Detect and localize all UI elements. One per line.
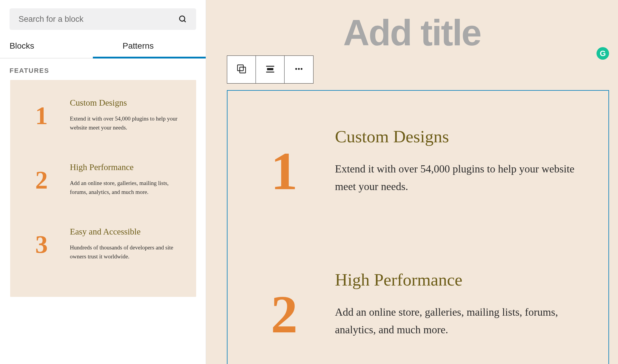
search-input[interactable]	[19, 15, 178, 24]
feature-title[interactable]: High Performance	[335, 270, 591, 290]
align-icon	[265, 64, 276, 75]
svg-rect-6	[266, 72, 274, 73]
svg-point-8	[298, 68, 300, 70]
feature-body: High Performance Add an online store, ga…	[323, 270, 591, 339]
feature-number[interactable]: 2	[245, 270, 323, 341]
feature-title: High Performance	[70, 162, 181, 172]
svg-rect-4	[266, 66, 274, 67]
group-icon	[236, 64, 247, 75]
feature-row: 1 Custom Designs Extend it with over 54,…	[22, 98, 184, 132]
tab-patterns[interactable]: Patterns	[93, 35, 206, 58]
feature-number: 2	[22, 162, 61, 193]
search-icon	[178, 15, 187, 24]
feature-row[interactable]: 1 Custom Designs Extend it with over 54,…	[245, 127, 591, 198]
feature-title: Easy and Accessible	[70, 227, 181, 237]
feature-title[interactable]: Custom Designs	[335, 127, 591, 146]
feature-row[interactable]: 2 High Performance Add an online store, …	[245, 270, 591, 341]
editor-canvas[interactable]: Add title G	[206, 0, 618, 364]
svg-rect-5	[267, 68, 273, 70]
svg-point-0	[179, 16, 185, 21]
more-options-button[interactable]	[285, 56, 313, 83]
feature-description: Extend it with over 54,000 plugins to he…	[70, 114, 181, 132]
feature-body: Custom Designs Extend it with over 54,00…	[61, 98, 184, 132]
block-type-button[interactable]	[227, 56, 256, 83]
search-container	[0, 0, 206, 35]
feature-description: Add an online store, galleries, mailing …	[70, 179, 181, 197]
feature-body: High Performance Add an online store, ga…	[61, 162, 184, 197]
svg-line-1	[184, 20, 186, 22]
align-button[interactable]	[256, 56, 285, 83]
post-title-placeholder[interactable]: Add title	[206, 12, 618, 54]
feature-description[interactable]: Extend it with over 54,000 plugins to he…	[335, 160, 591, 196]
feature-number: 3	[22, 227, 61, 257]
svg-point-9	[301, 68, 302, 70]
feature-body: Custom Designs Extend it with over 54,00…	[323, 127, 591, 196]
block-inserter-sidebar: Blocks Patterns FEATURES 1 Custom Design…	[0, 0, 206, 364]
inserter-tabs: Blocks Patterns	[0, 35, 206, 58]
pattern-preview-features[interactable]: 1 Custom Designs Extend it with over 54,…	[10, 80, 196, 297]
feature-row: 3 Easy and Accessible Hundreds of thousa…	[22, 227, 184, 261]
tab-blocks[interactable]: Blocks	[0, 35, 93, 58]
grammarly-letter: G	[600, 49, 606, 58]
grammarly-icon[interactable]: G	[597, 47, 609, 60]
pattern-category-label: FEATURES	[0, 58, 206, 80]
feature-number[interactable]: 1	[245, 127, 323, 198]
svg-rect-2	[237, 65, 243, 71]
svg-rect-3	[240, 67, 246, 73]
selected-group-block[interactable]: 1 Custom Designs Extend it with over 54,…	[227, 90, 609, 364]
search-box[interactable]	[10, 8, 196, 30]
feature-title: Custom Designs	[70, 98, 181, 108]
more-icon	[293, 64, 304, 75]
feature-body: Easy and Accessible Hundreds of thousand…	[61, 227, 184, 261]
block-toolbar	[227, 55, 313, 84]
svg-point-7	[295, 68, 297, 70]
feature-description[interactable]: Add an online store, galleries, mailing …	[335, 303, 591, 339]
feature-number: 1	[22, 98, 61, 128]
feature-row: 2 High Performance Add an online store, …	[22, 162, 184, 197]
feature-description: Hundreds of thousands of developers and …	[70, 243, 181, 261]
